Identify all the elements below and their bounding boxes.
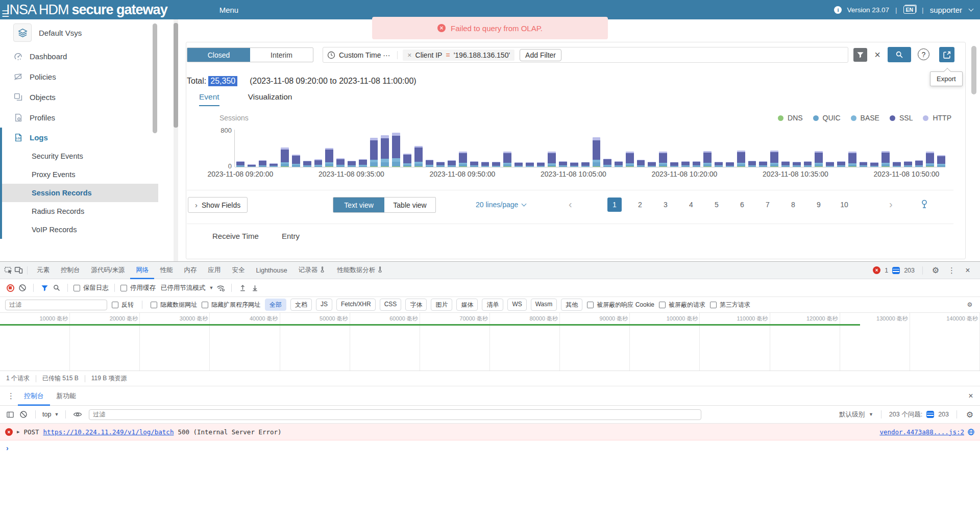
- network-overview[interactable]: 10000 毫秒20000 毫秒30000 毫秒40000 毫秒50000 毫秒…: [0, 313, 980, 371]
- content-scrollbar-thumb[interactable]: [174, 23, 178, 128]
- export-button[interactable]: [939, 47, 954, 62]
- disable-cache-checkbox[interactable]: 停用缓存: [120, 284, 156, 292]
- chart-bar[interactable]: [637, 160, 645, 167]
- network-filter-icon[interactable]: [39, 283, 50, 293]
- preserve-log-checkbox[interactable]: 保留日志: [74, 284, 109, 292]
- chart-bar[interactable]: [804, 161, 812, 167]
- show-fields-button[interactable]: › Show Fields: [188, 197, 248, 213]
- chart-bar[interactable]: [870, 162, 878, 167]
- console-filter-input[interactable]: [89, 409, 701, 420]
- chart-bar[interactable]: [670, 162, 678, 167]
- legend-item-http[interactable]: HTTP: [923, 114, 951, 122]
- type-chip-字体[interactable]: 字体: [405, 299, 427, 311]
- page-button-9[interactable]: 9: [812, 198, 826, 212]
- sidebar-item-policies[interactable]: Policies: [0, 66, 158, 87]
- console-sidebar-icon[interactable]: [5, 409, 15, 420]
- chart-bar[interactable]: [259, 160, 267, 167]
- chart-bar[interactable]: [392, 133, 400, 167]
- text-view-button[interactable]: Text view: [333, 198, 384, 212]
- page-button-2[interactable]: 2: [633, 198, 647, 212]
- chart-bar[interactable]: [492, 162, 500, 167]
- devtools-tab-记录器[interactable]: 记录器: [293, 262, 332, 279]
- page-button-6[interactable]: 6: [735, 198, 749, 212]
- chart-bar[interactable]: [414, 146, 423, 167]
- chart-bar[interactable]: [748, 161, 756, 167]
- saved-filters-button[interactable]: [853, 48, 867, 62]
- chart-bar[interactable]: [403, 154, 411, 167]
- devtools-tab-应用[interactable]: 应用: [202, 262, 226, 279]
- chart-bar[interactable]: [359, 159, 367, 167]
- page-size-select[interactable]: 20 lines/page: [476, 201, 526, 209]
- drawer-kebab-icon[interactable]: ⋮: [4, 391, 18, 401]
- legend-item-base[interactable]: BASE: [851, 114, 879, 122]
- chart-bar[interactable]: [248, 164, 256, 167]
- chart-bar[interactable]: [826, 162, 834, 167]
- chart-bar[interactable]: [481, 162, 489, 167]
- chart-bar[interactable]: [793, 162, 801, 167]
- import-har-icon[interactable]: [237, 283, 248, 293]
- kebab-menu-icon[interactable]: ⋮: [945, 266, 959, 275]
- type-chip-ws[interactable]: WS: [507, 299, 526, 311]
- chart-bar[interactable]: [459, 152, 467, 167]
- page-button-8[interactable]: 8: [786, 198, 800, 212]
- type-chip-fetch-xhr[interactable]: Fetch/XHR: [336, 299, 376, 311]
- chart-bar[interactable]: [470, 161, 478, 167]
- sidebar-item-objects[interactable]: Objects: [0, 87, 158, 107]
- chart-bar[interactable]: [781, 161, 790, 167]
- drawer-tab-新功能[interactable]: 新功能: [50, 386, 82, 406]
- issues-label[interactable]: 203 个问题:: [889, 410, 922, 419]
- chart-bar[interactable]: [325, 148, 333, 167]
- error-url-link[interactable]: https://10.224.11.249/v1/log/batch: [43, 428, 174, 436]
- chart-bar[interactable]: [848, 152, 856, 167]
- chart-bar[interactable]: [370, 138, 378, 167]
- page-button-1[interactable]: 1: [607, 198, 622, 212]
- chart-bar[interactable]: [715, 162, 723, 167]
- hide-extension-urls-checkbox[interactable]: 隐藏扩展程序网址: [202, 301, 260, 309]
- chart-bar[interactable]: [603, 159, 611, 167]
- type-chip-css[interactable]: CSS: [380, 299, 402, 311]
- expand-triangle-icon[interactable]: ▶: [17, 429, 19, 434]
- help-button[interactable]: ?: [918, 48, 929, 60]
- chart-bar[interactable]: [570, 162, 578, 167]
- closed-toggle[interactable]: Closed: [187, 48, 250, 62]
- menu-button[interactable]: ☰ Menu: [219, 6, 239, 14]
- type-chip-js[interactable]: JS: [316, 299, 332, 311]
- chart-bar[interactable]: [336, 158, 345, 167]
- chart-bar[interactable]: [626, 152, 634, 167]
- column-entry[interactable]: Entry: [282, 232, 300, 240]
- clear-network-icon[interactable]: [17, 283, 28, 293]
- chart-bar[interactable]: [703, 151, 712, 167]
- page-button-7[interactable]: 7: [761, 198, 775, 212]
- blocked-cookies-checkbox[interactable]: 被屏蔽的响应 Cookie: [587, 301, 654, 309]
- search-button[interactable]: [888, 47, 911, 62]
- page-button-10[interactable]: 10: [837, 198, 851, 212]
- chart-bar[interactable]: [526, 162, 534, 167]
- next-page-button[interactable]: ›: [889, 199, 893, 210]
- chart-bar[interactable]: [236, 161, 244, 167]
- chart-bar[interactable]: [292, 155, 300, 167]
- sidebar-item-session-records[interactable]: Session Records: [2, 184, 158, 202]
- sidebar-item-profiles[interactable]: Profiles: [0, 107, 158, 128]
- legend-item-ssl[interactable]: SSL: [890, 114, 913, 122]
- type-chip-媒体[interactable]: 媒体: [456, 299, 478, 311]
- page-button-5[interactable]: 5: [709, 198, 724, 212]
- tab-event[interactable]: Event: [199, 92, 219, 106]
- chart-bar[interactable]: [314, 159, 323, 167]
- live-expression-eye-icon[interactable]: [72, 409, 83, 420]
- chart-bar[interactable]: [514, 162, 523, 167]
- devtools-tab-安全[interactable]: 安全: [226, 262, 250, 279]
- chart-bar[interactable]: [593, 137, 601, 167]
- chart-bar[interactable]: [770, 151, 778, 167]
- add-filter-button[interactable]: Add Filter: [520, 49, 561, 61]
- blocked-requests-checkbox[interactable]: 被屏蔽的请求: [659, 301, 705, 309]
- chart-bar[interactable]: [448, 160, 456, 167]
- chart-bar[interactable]: [815, 151, 823, 167]
- chart-bar[interactable]: [904, 161, 912, 167]
- chart-bar[interactable]: [726, 162, 734, 167]
- chart-bar[interactable]: [559, 161, 567, 167]
- devtools-tab-内存[interactable]: 内存: [178, 262, 202, 279]
- device-toolbar-icon[interactable]: [13, 265, 23, 276]
- sidebar-scrollbar[interactable]: [153, 23, 157, 133]
- close-drawer-icon[interactable]: ×: [966, 391, 976, 401]
- sidebar-item-security-events[interactable]: Security Events: [2, 147, 158, 165]
